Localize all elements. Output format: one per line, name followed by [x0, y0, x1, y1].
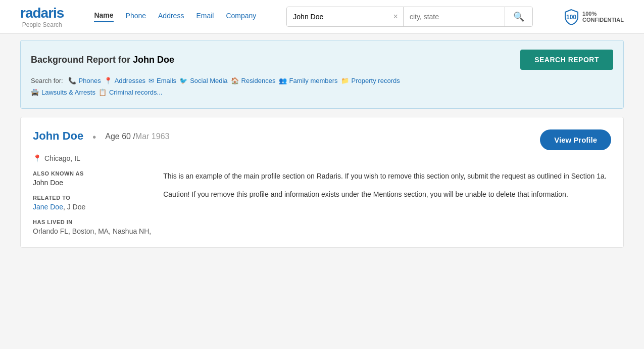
search-name-input[interactable]	[287, 7, 388, 26]
search-tags-row1: Search for: 📞 Phones 📍 Addresses ✉ Email…	[31, 77, 613, 84]
profile-notice-2: Caution! If you remove this profile and …	[163, 189, 611, 200]
nav-link-company[interactable]: Company	[226, 12, 256, 22]
search-city-input[interactable]	[404, 7, 505, 26]
has-lived-value: Orlando FL, Boston, MA, Nashua NH,	[33, 227, 151, 235]
email-tag-icon: ✉	[148, 77, 154, 84]
tag-residences[interactable]: 🏠 Residences	[231, 77, 276, 84]
profile-age-number: Age 60 /	[105, 132, 135, 141]
search-icon: 🔍	[513, 12, 524, 22]
tag-social-label: Social Media	[190, 77, 227, 84]
tag-addresses[interactable]: 📍 Addresses	[104, 77, 145, 84]
profile-card: John Doe • Age 60 /Mar 1963 View Profile…	[20, 117, 624, 248]
tag-property-records[interactable]: 📁 Property records	[341, 77, 400, 84]
confidential-text: 100%CONFIDENTIAL	[582, 11, 624, 23]
phone-tag-icon: 📞	[68, 77, 76, 84]
profile-notice-1: This is an example of the main profile s…	[163, 170, 611, 182]
banner-top-row: Background Report for John Doe SEARCH RE…	[31, 50, 613, 70]
tag-lawsuits-label: Lawsuits & Arrests	[41, 89, 95, 96]
svg-text:100: 100	[566, 14, 576, 21]
profile-left-column: ALSO KNOWN AS John Doe RELATED TO Jane D…	[33, 170, 151, 235]
background-report-banner: Background Report for John Doe SEARCH RE…	[20, 40, 624, 109]
logo-text: radaris	[20, 5, 64, 21]
criminal-tag-icon: 📋	[98, 89, 107, 96]
tag-phones-label: Phones	[79, 77, 101, 84]
profile-body: ALSO KNOWN AS John Doe RELATED TO Jane D…	[33, 170, 611, 235]
address-tag-icon: 📍	[104, 77, 112, 84]
lawsuits-tag-icon: 🚔	[31, 89, 39, 96]
profile-name: John Doe	[33, 129, 83, 143]
profile-age-month: Mar 1963	[135, 132, 170, 141]
view-profile-button[interactable]: View Profile	[540, 129, 611, 150]
tag-phones[interactable]: 📞 Phones	[68, 77, 101, 84]
has-lived-label: HAS LIVED IN	[33, 219, 151, 225]
banner-title-for: for	[118, 55, 130, 65]
family-tag-icon: 👥	[279, 77, 287, 84]
banner-title: Background Report for John Doe	[31, 55, 174, 65]
logo: radaris People Search	[20, 5, 64, 28]
confidential-badge: 100 100%CONFIDENTIAL	[563, 9, 624, 25]
profile-location: 📍 Chicago, IL	[33, 154, 611, 162]
tag-family-label: Family members	[289, 77, 338, 84]
nav-link-name[interactable]: Name	[94, 11, 113, 22]
residences-tag-icon: 🏠	[231, 77, 239, 84]
logo-subtitle: People Search	[20, 21, 64, 28]
main-nav: Name Phone Address Email Company	[94, 11, 256, 22]
header: radaris People Search Name Phone Address…	[0, 0, 644, 34]
tag-criminal-label: Criminal records...	[109, 89, 162, 96]
search-bar: × 🔍	[286, 7, 533, 27]
profile-location-text: Chicago, IL	[44, 154, 80, 162]
profile-header: John Doe • Age 60 /Mar 1963 View Profile	[33, 129, 611, 150]
social-tag-icon: 🐦	[179, 77, 187, 84]
related-to-value: Jane Doe, J Doe	[33, 203, 151, 211]
related-to-label: RELATED TO	[33, 195, 151, 201]
profile-dot: •	[92, 129, 96, 145]
tag-residences-label: Residences	[241, 77, 276, 84]
tag-criminal-records[interactable]: 📋 Criminal records...	[98, 89, 162, 96]
related-extra: , J Doe	[63, 203, 85, 211]
search-submit-button[interactable]: 🔍	[505, 7, 532, 26]
banner-title-prefix: Background Report	[31, 55, 116, 65]
nav-link-phone[interactable]: Phone	[126, 12, 146, 22]
tag-addresses-label: Addresses	[115, 77, 145, 84]
tag-emails[interactable]: ✉ Emails	[148, 77, 176, 84]
tag-property-label: Property records	[352, 77, 400, 84]
tag-social-media[interactable]: 🐦 Social Media	[179, 77, 227, 84]
also-known-as-label: ALSO KNOWN AS	[33, 170, 151, 177]
search-tags-row2: 🚔 Lawsuits & Arrests 📋 Criminal records.…	[31, 89, 613, 96]
location-icon: 📍	[33, 154, 41, 162]
profile-age: Age 60 /Mar 1963	[105, 129, 169, 144]
tag-emails-label: Emails	[157, 77, 176, 84]
nav-link-email[interactable]: Email	[196, 12, 214, 22]
tag-lawsuits[interactable]: 🚔 Lawsuits & Arrests	[31, 89, 95, 96]
nav-link-address[interactable]: Address	[158, 12, 184, 22]
property-tag-icon: 📁	[341, 77, 349, 84]
profile-right-column: This is an example of the main profile s…	[163, 170, 611, 235]
shield-icon: 100	[563, 9, 579, 25]
search-for-label: Search for:	[31, 77, 63, 84]
search-clear-button[interactable]: ×	[388, 7, 403, 26]
search-report-button[interactable]: SEARCH REPORT	[520, 50, 613, 70]
related-link-jane-doe[interactable]: Jane Doe	[33, 203, 63, 211]
banner-title-name: John Doe	[133, 55, 174, 65]
also-known-as-value: John Doe	[33, 179, 151, 187]
tag-family-members[interactable]: 👥 Family members	[279, 77, 338, 84]
